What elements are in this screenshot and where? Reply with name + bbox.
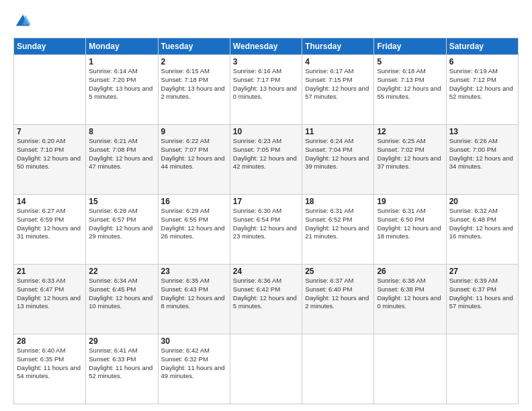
day-number: 16 — [161, 197, 227, 206]
day-detail: Sunrise: 6:15 AMSunset: 7:18 PMDaylight:… — [161, 67, 227, 101]
calendar-cell — [446, 334, 518, 404]
day-detail: Sunrise: 6:35 AMSunset: 6:43 PMDaylight:… — [161, 277, 227, 311]
header — [13, 12, 519, 31]
weekday-header-cell: Thursday — [302, 38, 374, 55]
weekday-header-cell: Monday — [86, 38, 158, 55]
day-number: 12 — [377, 127, 443, 136]
day-detail: Sunrise: 6:27 AMSunset: 6:59 PMDaylight:… — [17, 207, 83, 241]
day-detail: Sunrise: 6:32 AMSunset: 6:48 PMDaylight:… — [449, 207, 515, 241]
calendar-cell: 23Sunrise: 6:35 AMSunset: 6:43 PMDayligh… — [158, 265, 230, 334]
calendar-cell: 29Sunrise: 6:41 AMSunset: 6:33 PMDayligh… — [86, 334, 158, 404]
day-detail: Sunrise: 6:30 AMSunset: 6:54 PMDaylight:… — [233, 207, 299, 241]
day-number: 9 — [161, 127, 227, 136]
day-number: 3 — [233, 57, 299, 66]
day-number: 7 — [17, 127, 83, 136]
day-number: 24 — [233, 267, 299, 276]
day-detail: Sunrise: 6:14 AMSunset: 7:20 PMDaylight:… — [89, 67, 154, 101]
day-number: 27 — [449, 267, 515, 276]
calendar-cell: 3Sunrise: 6:16 AMSunset: 7:17 PMDaylight… — [230, 55, 302, 125]
day-detail: Sunrise: 6:29 AMSunset: 6:55 PMDaylight:… — [161, 207, 227, 241]
calendar-cell: 8Sunrise: 6:21 AMSunset: 7:08 PMDaylight… — [86, 125, 158, 195]
calendar-cell: 24Sunrise: 6:36 AMSunset: 6:42 PMDayligh… — [230, 265, 302, 334]
day-detail: Sunrise: 6:18 AMSunset: 7:13 PMDaylight:… — [377, 67, 443, 101]
calendar-cell: 15Sunrise: 6:28 AMSunset: 6:57 PMDayligh… — [86, 195, 158, 265]
calendar-cell: 12Sunrise: 6:25 AMSunset: 7:02 PMDayligh… — [374, 125, 446, 195]
calendar-cell: 20Sunrise: 6:32 AMSunset: 6:48 PMDayligh… — [446, 195, 518, 265]
calendar-cell: 7Sunrise: 6:20 AMSunset: 7:10 PMDaylight… — [14, 125, 86, 195]
day-detail: Sunrise: 6:38 AMSunset: 6:38 PMDaylight:… — [377, 277, 443, 311]
day-number: 13 — [449, 127, 515, 136]
calendar-cell — [302, 334, 374, 404]
calendar-cell: 11Sunrise: 6:24 AMSunset: 7:04 PMDayligh… — [302, 125, 374, 195]
weekday-header-cell: Sunday — [14, 38, 86, 55]
calendar-cell: 10Sunrise: 6:23 AMSunset: 7:05 PMDayligh… — [230, 125, 302, 195]
calendar-table: SundayMondayTuesdayWednesdayThursdayFrid… — [13, 38, 519, 404]
day-number: 29 — [89, 336, 154, 346]
calendar-cell: 30Sunrise: 6:42 AMSunset: 6:32 PMDayligh… — [158, 334, 230, 404]
day-number: 6 — [449, 57, 515, 66]
calendar-cell: 14Sunrise: 6:27 AMSunset: 6:59 PMDayligh… — [14, 195, 86, 265]
day-detail: Sunrise: 6:25 AMSunset: 7:02 PMDaylight:… — [377, 137, 443, 171]
calendar-cell: 5Sunrise: 6:18 AMSunset: 7:13 PMDaylight… — [374, 55, 446, 125]
calendar-week-row: 14Sunrise: 6:27 AMSunset: 6:59 PMDayligh… — [14, 195, 519, 265]
day-detail: Sunrise: 6:22 AMSunset: 7:07 PMDaylight:… — [161, 137, 227, 171]
calendar-cell: 25Sunrise: 6:37 AMSunset: 6:40 PMDayligh… — [302, 265, 374, 334]
day-number: 21 — [17, 267, 83, 276]
day-detail: Sunrise: 6:31 AMSunset: 6:52 PMDaylight:… — [305, 207, 371, 241]
weekday-header-cell: Friday — [374, 38, 446, 55]
calendar-cell — [374, 334, 446, 404]
logo — [13, 12, 35, 31]
calendar-cell: 27Sunrise: 6:39 AMSunset: 6:37 PMDayligh… — [446, 265, 518, 334]
day-number: 8 — [89, 127, 154, 136]
day-number: 11 — [305, 127, 371, 136]
day-number: 5 — [377, 57, 443, 66]
day-detail: Sunrise: 6:19 AMSunset: 7:12 PMDaylight:… — [449, 67, 515, 101]
calendar-cell: 19Sunrise: 6:31 AMSunset: 6:50 PMDayligh… — [374, 195, 446, 265]
day-detail: Sunrise: 6:42 AMSunset: 6:32 PMDaylight:… — [161, 347, 227, 381]
day-detail: Sunrise: 6:31 AMSunset: 6:50 PMDaylight:… — [377, 207, 443, 241]
weekday-header-cell: Saturday — [446, 38, 518, 55]
day-number: 28 — [17, 336, 83, 346]
day-number: 17 — [233, 197, 299, 206]
day-number: 25 — [305, 267, 371, 276]
calendar-cell: 16Sunrise: 6:29 AMSunset: 6:55 PMDayligh… — [158, 195, 230, 265]
day-detail: Sunrise: 6:41 AMSunset: 6:33 PMDaylight:… — [89, 347, 154, 381]
calendar-week-row: 28Sunrise: 6:40 AMSunset: 6:35 PMDayligh… — [14, 334, 519, 404]
day-number: 26 — [377, 267, 443, 276]
day-number: 18 — [305, 197, 371, 206]
day-number: 23 — [161, 267, 227, 276]
day-number: 22 — [89, 267, 154, 276]
day-detail: Sunrise: 6:37 AMSunset: 6:40 PMDaylight:… — [305, 277, 371, 311]
calendar-cell: 9Sunrise: 6:22 AMSunset: 7:07 PMDaylight… — [158, 125, 230, 195]
weekday-header-cell: Tuesday — [158, 38, 230, 55]
day-detail: Sunrise: 6:28 AMSunset: 6:57 PMDaylight:… — [89, 207, 154, 241]
day-detail: Sunrise: 6:17 AMSunset: 7:15 PMDaylight:… — [305, 67, 371, 101]
day-detail: Sunrise: 6:20 AMSunset: 7:10 PMDaylight:… — [17, 137, 83, 171]
day-detail: Sunrise: 6:36 AMSunset: 6:42 PMDaylight:… — [233, 277, 299, 311]
calendar-body: 1Sunrise: 6:14 AMSunset: 7:20 PMDaylight… — [14, 55, 519, 404]
calendar-cell: 2Sunrise: 6:15 AMSunset: 7:18 PMDaylight… — [158, 55, 230, 125]
day-detail: Sunrise: 6:39 AMSunset: 6:37 PMDaylight:… — [449, 277, 515, 311]
calendar-cell — [230, 334, 302, 404]
calendar-cell: 13Sunrise: 6:26 AMSunset: 7:00 PMDayligh… — [446, 125, 518, 195]
day-number: 4 — [305, 57, 371, 66]
calendar-cell: 18Sunrise: 6:31 AMSunset: 6:52 PMDayligh… — [302, 195, 374, 265]
day-detail: Sunrise: 6:21 AMSunset: 7:08 PMDaylight:… — [89, 137, 154, 171]
weekday-header-cell: Wednesday — [230, 38, 302, 55]
calendar-week-row: 21Sunrise: 6:33 AMSunset: 6:47 PMDayligh… — [14, 265, 519, 334]
calendar-cell: 28Sunrise: 6:40 AMSunset: 6:35 PMDayligh… — [14, 334, 86, 404]
day-detail: Sunrise: 6:24 AMSunset: 7:04 PMDaylight:… — [305, 137, 371, 171]
day-detail: Sunrise: 6:33 AMSunset: 6:47 PMDaylight:… — [17, 277, 83, 311]
day-number: 2 — [161, 57, 227, 66]
day-number: 1 — [89, 57, 154, 66]
calendar-cell: 21Sunrise: 6:33 AMSunset: 6:47 PMDayligh… — [14, 265, 86, 334]
day-detail: Sunrise: 6:34 AMSunset: 6:45 PMDaylight:… — [89, 277, 154, 311]
calendar-cell: 26Sunrise: 6:38 AMSunset: 6:38 PMDayligh… — [374, 265, 446, 334]
calendar-cell: 1Sunrise: 6:14 AMSunset: 7:20 PMDaylight… — [86, 55, 158, 125]
calendar-cell: 22Sunrise: 6:34 AMSunset: 6:45 PMDayligh… — [86, 265, 158, 334]
day-number: 15 — [89, 197, 154, 206]
calendar-week-row: 7Sunrise: 6:20 AMSunset: 7:10 PMDaylight… — [14, 125, 519, 195]
day-number: 10 — [233, 127, 299, 136]
day-detail: Sunrise: 6:16 AMSunset: 7:17 PMDaylight:… — [233, 67, 299, 101]
day-number: 30 — [161, 336, 227, 346]
